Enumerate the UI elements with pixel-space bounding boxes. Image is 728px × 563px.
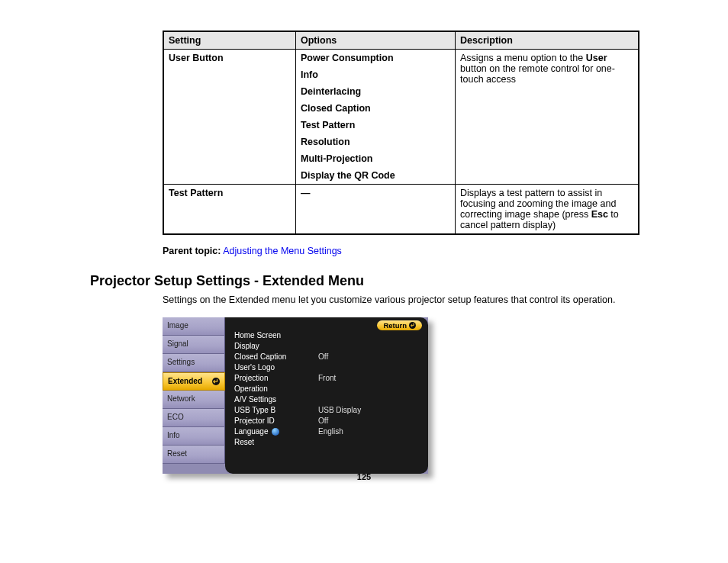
osd-panel-rows: Home Screen Display Closed CaptionOff Us… [234,330,422,448]
osd-item-display[interactable]: Display [234,341,422,352]
return-button[interactable]: Return ⤶ [377,320,422,330]
options-cell: — [296,185,456,235]
osd-item-home-screen[interactable]: Home Screen [234,330,422,341]
osd-tab-image[interactable]: Image↵ [163,317,225,336]
page-number: 125 [0,472,728,481]
osd-screenshot: Image↵ Signal↵ Settings↵ Extended↵ Netwo… [163,317,428,474]
description-cell: Assigns a menu option to the User button… [456,50,639,185]
table-row: Test Pattern — Displays a test pattern t… [163,185,639,235]
parent-topic-label: Parent topic: [163,246,221,256]
parent-topic-link[interactable]: Adjusting the Menu Settings [223,246,342,256]
parent-topic: Parent topic: Adjusting the Menu Setting… [163,246,638,256]
osd-item-reset[interactable]: Reset [234,437,422,448]
osd-item-projection[interactable]: ProjectionFront [234,373,422,384]
osd-tab-network[interactable]: Network↵ [163,391,225,409]
options-cell: Power Consumption Info Deinterlacing Clo… [296,50,456,185]
desc-bold: Esc [591,209,608,220]
osd-item-language[interactable]: LanguageEnglish [234,426,422,437]
setting-cell: Test Pattern [163,185,296,235]
osd-tab-reset[interactable]: Reset↵ [163,446,225,464]
osd-item-operation[interactable]: Operation [234,384,422,394]
osd-panel: Return ⤶ Home Screen Display Closed Capt… [225,317,428,474]
option-item: — [301,188,450,198]
desc-text: button on the remote control for one-tou… [460,63,615,85]
osd-tab-eco[interactable]: ECO↵ [163,409,225,427]
col-header-setting: Setting [163,31,296,50]
option-item: Closed Caption [301,103,450,114]
col-header-options: Options [296,31,456,50]
settings-table: Setting Options Description User Button … [163,31,639,235]
osd-item-closed-caption[interactable]: Closed CaptionOff [234,352,422,362]
col-header-description: Description [456,31,639,50]
option-item: Resolution [301,137,450,147]
osd-tab-extended[interactable]: Extended↵ [163,372,225,391]
osd-tabs: Image↵ Signal↵ Settings↵ Extended↵ Netwo… [163,317,225,464]
osd-item-av-settings[interactable]: A/V Settings [234,394,422,405]
osd-item-projector-id[interactable]: Projector IDOff [234,416,422,426]
osd-item-users-logo[interactable]: User's Logo [234,362,422,373]
desc-text: Assigns a menu option to the [460,53,586,63]
desc-bold: User [586,53,607,63]
setting-cell: User Button [163,50,296,185]
table-row: User Button Power Consumption Info Deint… [163,50,639,185]
option-item: Power Consumption [301,53,450,63]
return-icon: ⤶ [409,322,416,329]
return-label: Return [383,321,407,330]
osd-tab-info[interactable]: Info↵ [163,427,225,446]
osd-tab-signal[interactable]: Signal↵ [163,336,225,354]
option-item: Info [301,69,450,80]
option-item: Display the QR Code [301,170,450,181]
option-item: Multi-Projection [301,153,450,164]
section-intro: Settings on the Extended menu let you cu… [163,294,638,307]
description-cell: Displays a test pattern to assist in foc… [456,185,639,235]
option-item: Deinterlacing [301,86,450,97]
osd-tab-settings[interactable]: Settings↵ [163,354,225,372]
enter-icon: ↵ [212,378,220,385]
osd-item-usb-type-b[interactable]: USB Type BUSB Display [234,405,422,416]
globe-icon [272,428,279,436]
section-heading: Projector Setup Settings - Extended Menu [90,273,638,289]
option-item: Test Pattern [301,120,450,130]
